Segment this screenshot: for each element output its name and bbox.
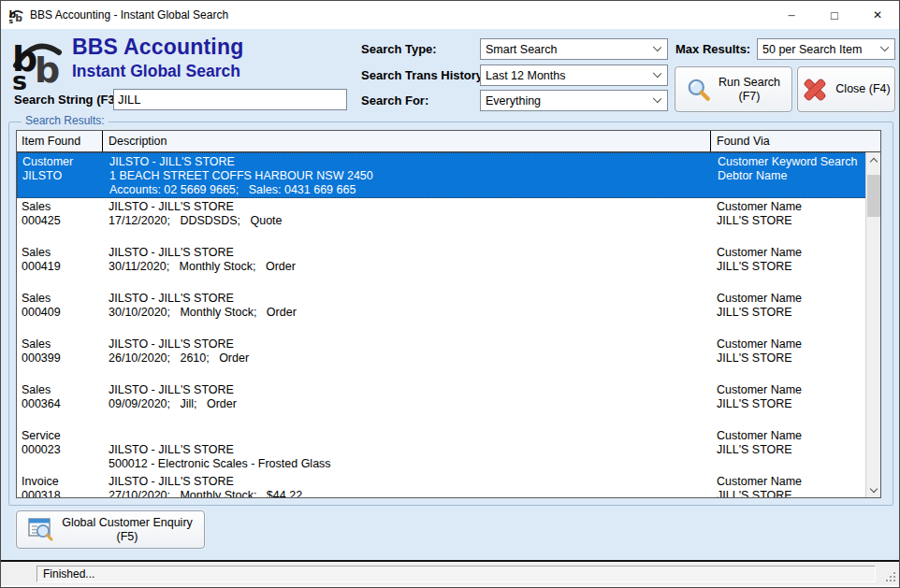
search-type-label: Search Type: [361, 42, 437, 56]
global-customer-enquiry-button[interactable]: Global Customer Enquiry (F5) [16, 510, 205, 549]
maximize-button[interactable] [813, 1, 856, 29]
search-for-value: Everything [486, 94, 541, 108]
close-window-button[interactable] [856, 1, 899, 29]
row-description: JILSTO - JILL'S STORE 26/10/2020; 2610; … [103, 336, 711, 381]
max-results-combobox[interactable]: 50 per Search Item [757, 38, 895, 60]
search-string-input[interactable] [113, 89, 347, 110]
max-results-value: 50 per Search Item [762, 43, 862, 56]
max-results-label: Max Results: [675, 42, 750, 56]
search-trans-history-label: Search Trans History: [361, 68, 486, 82]
row-description: JILSTO - JILL'S STORE 27/10/2020; Monthl… [103, 473, 711, 498]
client-area: b b s BBS Accounting Instant Global Sear… [1, 29, 899, 560]
row-found-via: Customer Name JILL'S STORE [711, 381, 859, 427]
chevron-up-icon [870, 158, 878, 165]
chevron-down-icon [653, 94, 661, 103]
results-table: Item Found Description Found Via Custome… [16, 130, 881, 498]
row-item-found: Customer JILSTO [18, 153, 104, 197]
vertical-scrollbar[interactable] [865, 152, 880, 498]
red-x-icon [802, 77, 828, 103]
svg-text:b: b [35, 50, 60, 90]
column-header-item-found[interactable]: Item Found [17, 131, 103, 151]
table-row[interactable]: Invoice 000318 JILSTO - JILL'S STORE 27/… [17, 473, 880, 498]
row-found-via: Customer Name JILL'S STORE [711, 427, 859, 473]
row-description: JILSTO - JILL'S STORE 30/11/2020; Monthl… [103, 244, 711, 290]
column-header-found-via[interactable]: Found Via [711, 131, 880, 151]
table-row[interactable]: Sales 000399 JILSTO - JILL'S STORE 26/10… [17, 336, 880, 381]
app-logo-small-icon: b b s [8, 7, 24, 23]
row-found-via: Customer Name JILL'S STORE [711, 473, 859, 498]
search-trans-history-value: Last 12 Months [486, 69, 565, 82]
statusbar: Finished... [1, 562, 899, 585]
titlebar: b b s BBS Accounting - Instant Global Se… [1, 1, 899, 29]
run-search-button[interactable]: Run Search (F7) [675, 66, 792, 112]
chevron-down-icon [870, 485, 878, 493]
row-found-via: Customer Name JILL'S STORE [711, 290, 859, 336]
row-item-found: Service 000023 [17, 427, 103, 473]
svg-text:s: s [12, 66, 27, 90]
row-item-found: Sales 000425 [17, 198, 103, 244]
row-found-via: Customer Name JILL'S STORE [711, 198, 859, 244]
resize-grip-icon[interactable] [884, 570, 895, 581]
column-header-description[interactable]: Description [103, 131, 711, 151]
search-for-label: Search For: [361, 93, 428, 108]
chevron-down-icon [653, 69, 661, 78]
row-description: JILSTO - JILL'S STORE 30/10/2020; Monthl… [103, 290, 711, 336]
search-trans-history-combobox[interactable]: Last 12 Months [480, 65, 668, 86]
svg-text:b: b [15, 11, 22, 22]
table-row[interactable]: Sales 000409 JILSTO - JILL'S STORE 30/10… [17, 290, 880, 336]
search-type-value: Smart Search [486, 43, 557, 56]
search-results-group-label: Search Results: [22, 114, 109, 127]
results-table-body: Customer JILSTO JILSTO - JILL'S STORE 1 … [17, 152, 880, 498]
row-item-found: Sales 000409 [17, 290, 103, 336]
status-message: Finished... [36, 566, 876, 582]
row-item-found: Sales 000364 [17, 381, 103, 427]
row-description: JILSTO - JILL'S STORE 09/09/2020; Jill; … [103, 381, 711, 427]
table-row[interactable]: Service 000023 JILSTO - JILL'S STORE 500… [17, 427, 880, 473]
row-item-found: Invoice 000318 [17, 473, 103, 498]
window-title: BBS Accounting - Instant Global Search [30, 8, 228, 22]
global-enquiry-label-line2: (F5) [62, 530, 193, 544]
window-magnifier-icon [28, 518, 54, 542]
magnifier-icon [687, 78, 711, 102]
row-found-via: Customer Name JILL'S STORE [711, 244, 859, 290]
row-found-via: Customer Keyword Search Debtor Name [712, 153, 860, 197]
table-row[interactable]: Sales 000419 JILSTO - JILL'S STORE 30/11… [17, 244, 880, 290]
svg-text:s: s [9, 17, 14, 23]
scrollbar-thumb[interactable] [867, 175, 880, 217]
app-subtitle: Instant Global Search [72, 62, 240, 81]
row-description: JILSTO - JILL'S STORE 17/12/2020; DDSDSD… [103, 198, 711, 244]
app-window: b b s BBS Accounting - Instant Global Se… [0, 0, 900, 588]
minimize-button[interactable] [770, 1, 813, 29]
run-search-label-line2: (F7) [719, 90, 780, 104]
run-search-label-line1: Run Search [719, 76, 780, 90]
row-description: JILSTO - JILL'S STORE 500012 - Electroni… [103, 427, 711, 473]
table-row[interactable]: Sales 000425 JILSTO - JILL'S STORE 17/12… [17, 198, 880, 244]
results-table-header: Item Found Description Found Via [17, 131, 880, 152]
global-enquiry-label-line1: Global Customer Enquiry [62, 516, 193, 530]
search-for-combobox[interactable]: Everything [480, 90, 668, 111]
scroll-up-button[interactable] [866, 152, 880, 168]
search-string-label: Search String (F3): [14, 93, 123, 107]
search-type-combobox[interactable]: Smart Search [480, 38, 668, 60]
table-row[interactable]: Sales 000364 JILSTO - JILL'S STORE 09/09… [17, 381, 880, 427]
scroll-down-button[interactable] [866, 482, 880, 498]
table-row[interactable]: Customer JILSTO JILSTO - JILL'S STORE 1 … [17, 152, 880, 198]
chevron-down-icon [653, 43, 661, 51]
row-found-via: Customer Name JILL'S STORE [711, 336, 859, 381]
row-item-found: Sales 000419 [17, 244, 103, 290]
app-logo: b b s [10, 34, 66, 90]
close-button-label: Close (F4) [835, 82, 890, 96]
close-button[interactable]: Close (F4) [797, 66, 895, 112]
row-description: JILSTO - JILL'S STORE 1 BEACH STREET COF… [104, 153, 712, 197]
chevron-down-icon [880, 43, 889, 51]
row-item-found: Sales 000399 [17, 336, 103, 381]
app-title: BBS Accounting [72, 35, 243, 60]
